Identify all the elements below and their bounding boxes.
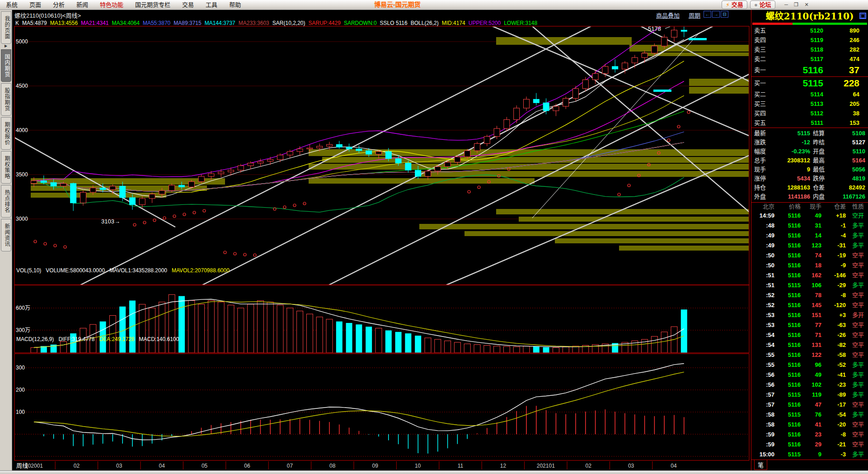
- tick-row[interactable]: :575115119-89多平: [751, 390, 868, 400]
- tick-row[interactable]: :54511671-26空平: [751, 330, 868, 340]
- tick-row[interactable]: :48511631-1多平: [751, 221, 868, 231]
- split-view-icon[interactable]: ⊟: [721, 11, 728, 18]
- tick-row[interactable]: :555116122-58空平: [751, 350, 868, 360]
- bid-level-4[interactable]: 买四511238: [751, 109, 868, 118]
- sidebar-tab-0[interactable]: 我的页面: [1, 11, 11, 44]
- price-axis-label: 5000: [16, 38, 28, 45]
- stat-label: 涨跌: [754, 138, 772, 147]
- tick-row[interactable]: :545116131-82空平: [751, 340, 868, 350]
- ask-level-5[interactable]: 卖五5120890: [751, 26, 868, 35]
- period-link[interactable]: 周期: [689, 11, 700, 19]
- tick-nature: 空平: [846, 350, 864, 360]
- macd-panel: 300200100: [15, 364, 749, 456]
- tick-nature: 多平: [846, 450, 864, 460]
- stat-label: 内盘: [810, 192, 831, 201]
- tick-row[interactable]: :58511641-20空平: [751, 420, 868, 430]
- tick-row[interactable]: :56511649-41多平: [751, 370, 868, 380]
- sell-ratio-segment: [752, 23, 793, 25]
- next-arrow-icon[interactable]: →: [712, 11, 720, 18]
- trade-button[interactable]: ⚡ 交易: [722, 0, 747, 9]
- tick-row[interactable]: :53511677-63空平: [751, 320, 868, 330]
- book-price: 5114: [780, 90, 823, 99]
- tick-col-header: 价格: [774, 203, 801, 211]
- tick-row[interactable]: :525116145-120空平: [751, 300, 868, 310]
- legend-item: MA34:4064: [112, 20, 140, 26]
- tick-oi-change: -8: [821, 430, 846, 440]
- tick-price: 5116: [774, 350, 801, 360]
- tick-price: 5115: [774, 280, 801, 290]
- stat-row: 外盘1141186内盘1167126: [751, 192, 868, 201]
- tick-nature: 空平: [846, 270, 864, 280]
- lightning-icon: ⚡: [726, 1, 730, 8]
- sidebar-tab-2[interactable]: 股指期货: [1, 83, 11, 116]
- tick-row[interactable]: :515115106-29多平: [751, 280, 868, 290]
- tick-oi-change: -3: [821, 450, 846, 460]
- bid-level-3[interactable]: 买三5113205: [751, 99, 868, 109]
- legend-item: MA55:3870: [143, 20, 170, 26]
- tick-nature: 多平: [846, 221, 864, 231]
- book-volume: 37: [823, 64, 859, 76]
- ask-level-4[interactable]: 卖四5119246: [751, 35, 868, 45]
- sidebar-tab-6[interactable]: 新闻资讯: [1, 219, 11, 251]
- bid-level-2[interactable]: 买二511464: [751, 90, 868, 99]
- month-axis-label: 04: [159, 463, 165, 469]
- tick-row[interactable]: :565116102-23多平: [751, 380, 868, 390]
- tick-row[interactable]: :59511623-8空平: [751, 430, 868, 440]
- tick-price: 5116: [774, 430, 801, 440]
- tick-nature: 空平: [846, 420, 864, 430]
- minimize-button[interactable]: ─: [782, 1, 790, 8]
- menu-item-8[interactable]: 帮助: [223, 0, 247, 9]
- tick-row[interactable]: 15:0051159-3多平: [751, 450, 868, 460]
- tick-row[interactable]: :535116151+3多开: [751, 310, 868, 320]
- menu-item-6[interactable]: 交易: [176, 0, 200, 9]
- low-annotation: 3103→: [101, 218, 120, 225]
- book-level-label: 卖一: [754, 64, 780, 76]
- panel-window-icon[interactable]: [859, 13, 866, 19]
- tick-price: 5116: [774, 420, 801, 430]
- tick-row[interactable]: :49511614-4多平: [751, 231, 868, 241]
- prev-arrow-icon[interactable]: ←: [704, 11, 711, 18]
- book-level-label: 卖五: [754, 26, 780, 35]
- ask-level-1[interactable]: 卖一511637: [751, 64, 868, 76]
- tab-bi[interactable]: 笔: [754, 460, 767, 470]
- sidebar-tab-5[interactable]: 热点排名: [1, 185, 11, 218]
- forum-button[interactable]: ● 论坛: [750, 0, 775, 9]
- tick-row[interactable]: :58511576-54多平: [751, 410, 868, 420]
- tick-volume: 145: [801, 300, 821, 310]
- menu-item-1[interactable]: 页面: [23, 0, 47, 9]
- ask-level-2[interactable]: 卖二5117474: [751, 54, 868, 64]
- tick-row[interactable]: :52511678-8空平: [751, 290, 868, 300]
- tick-row[interactable]: :495116123-31多平: [751, 241, 868, 251]
- tick-row[interactable]: :57511647-17空平: [751, 400, 868, 410]
- close-button[interactable]: ✕: [802, 1, 811, 8]
- menu-item-4[interactable]: 特色功能: [94, 0, 129, 9]
- tick-row[interactable]: :59511629-21空平: [751, 440, 868, 450]
- tick-row[interactable]: :55511696-52多平: [751, 360, 868, 370]
- menu-item-2[interactable]: 分析: [47, 0, 70, 9]
- tick-row[interactable]: :50511674-19空平: [751, 251, 868, 261]
- tick-row[interactable]: :50511618-9空平: [751, 261, 868, 270]
- chart-canvas[interactable]: 3103→517850004500400035003000600万300万300…: [13, 19, 751, 470]
- bid-level-1[interactable]: 买一5115228: [751, 77, 868, 90]
- tick-nature: 空平: [846, 400, 864, 410]
- sidebar-tab-3[interactable]: 期权报价: [1, 117, 11, 150]
- sidebar-tab-1[interactable]: 国内期货: [1, 49, 11, 82]
- stat-label: 开盘: [810, 147, 831, 156]
- bid-level-5[interactable]: 买五5111153: [751, 118, 868, 128]
- tick-time: :52: [754, 300, 774, 310]
- tick-row[interactable]: :515116162-146空平: [751, 270, 868, 280]
- menu-item-3[interactable]: 新闻: [70, 0, 94, 9]
- menu-item-7[interactable]: 工具: [200, 0, 223, 9]
- legend-item: UPPER:5200: [469, 20, 501, 26]
- overlay-link[interactable]: 商品叠加: [656, 11, 680, 19]
- maximize-button[interactable]: ❒: [792, 1, 800, 8]
- ask-level-3[interactable]: 卖三5118282: [751, 45, 868, 54]
- stats-block: 最新5115结算5108涨跌-12昨结5127幅度-0.23%开盘5110总手2…: [751, 128, 868, 202]
- legend-item: MA144:3737: [205, 20, 235, 26]
- menu-item-5[interactable]: 国元期货专栏: [129, 0, 176, 9]
- sidebar-tab-4[interactable]: 期权策略: [1, 151, 11, 184]
- tick-row[interactable]: 14:59511649+18空开: [751, 211, 868, 221]
- book-volume: 474: [823, 54, 859, 64]
- tick-time: :50: [754, 251, 774, 261]
- menu-item-0[interactable]: 系统: [0, 0, 23, 9]
